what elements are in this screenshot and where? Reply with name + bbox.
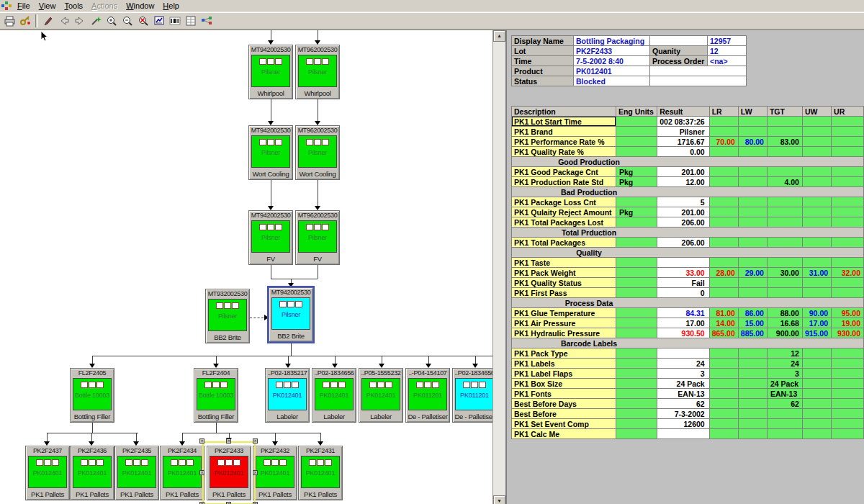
cell-ur[interactable] — [832, 207, 864, 217]
cell-eng-units[interactable] — [616, 278, 657, 288]
cell-result[interactable]: 84.31 — [657, 308, 709, 318]
cell-result[interactable]: 7-3-2002 — [657, 409, 709, 419]
cell-lr[interactable] — [709, 217, 738, 228]
selection-handle[interactable]: ✕ — [253, 438, 258, 444]
cell-lr[interactable] — [709, 117, 738, 127]
scroll-up-button[interactable]: ▲ — [493, 30, 505, 42]
cell-uw[interactable] — [802, 429, 831, 439]
cell-lr[interactable]: 81.00 — [709, 308, 738, 318]
node-p051555232[interactable]: ..P05-1555232PK012401Labeler — [359, 368, 403, 423]
cell-result[interactable]: 3 — [657, 369, 709, 379]
node-fl2f2405[interactable]: FL2F2405Bottle 10003Bottling Filler — [70, 368, 114, 423]
cell-tgt[interactable] — [767, 288, 802, 298]
cell-lr[interactable] — [709, 369, 738, 379]
cell-eng-units[interactable] — [616, 419, 657, 429]
cell-uw[interactable] — [802, 127, 831, 137]
cell-lr[interactable]: 865.00 — [709, 328, 738, 338]
cell-lr[interactable] — [709, 389, 738, 399]
cell-uw[interactable] — [802, 379, 831, 389]
cell-tgt[interactable]: 900.00 — [767, 328, 802, 338]
cell-lr[interactable]: 14.00 — [709, 318, 738, 328]
genealogy-icon[interactable] — [199, 14, 215, 28]
cell-lw[interactable] — [738, 147, 767, 157]
genealogy-canvas[interactable]: MT942002530PilsnerWhirlpoolMT962002530Pi… — [0, 30, 493, 504]
cell-description[interactable]: PK1 Quality Status — [512, 278, 616, 288]
cell-lr[interactable] — [709, 288, 738, 298]
node-mt942002530[interactable]: MT942002530PilsnerFV — [248, 210, 293, 265]
cell-tgt[interactable]: 24 Pack — [767, 379, 802, 389]
cell-description[interactable]: Best Before Days — [512, 399, 616, 409]
cell-uw[interactable] — [802, 359, 831, 369]
cell-lr[interactable] — [709, 399, 738, 409]
cell-lw[interactable] — [738, 127, 767, 137]
cell-lw[interactable] — [738, 278, 767, 288]
cell-tgt[interactable] — [767, 167, 802, 177]
node-pk2f2434[interactable]: PK2F2434PK012401PK1 Pallets — [160, 446, 204, 500]
cell-ur[interactable] — [832, 419, 864, 429]
cell-tgt[interactable] — [767, 147, 802, 157]
cell-uw[interactable] — [802, 197, 831, 207]
cell-description[interactable]: PK1 Box Size — [512, 379, 616, 389]
cell-lr[interactable] — [709, 258, 738, 268]
cell-tgt[interactable]: 16.68 — [767, 318, 802, 328]
cell-uw[interactable] — [802, 238, 831, 248]
cell-description[interactable]: PK1 Package Loss Cnt — [512, 197, 616, 207]
menu-tools[interactable]: Tools — [60, 1, 87, 11]
cell-result[interactable]: 17.00 — [657, 318, 709, 328]
grid-icon[interactable] — [183, 14, 199, 28]
cell-eng-units[interactable] — [616, 238, 657, 248]
cell-lr[interactable] — [709, 197, 738, 207]
cell-description[interactable]: PK1 Pack Type — [512, 348, 616, 359]
cell-result[interactable]: Fail — [657, 278, 709, 288]
vertical-scrollbar[interactable]: ▲ ▼ — [493, 30, 507, 504]
cell-eng-units[interactable] — [616, 369, 657, 379]
cell-description[interactable]: PK1 Taste — [512, 258, 616, 268]
cell-description[interactable]: PK1 First Pass — [512, 288, 616, 298]
cell-uw[interactable] — [802, 419, 831, 429]
node-pk2f2435[interactable]: PK2F2435PK012401PK1 Pallets — [114, 446, 159, 500]
cell-description[interactable]: PK1 Lot Start Time — [512, 117, 616, 127]
cell-lr[interactable] — [709, 147, 738, 157]
node-p021834656[interactable]: ..P02-1834656PK011201De - Palletiser — [452, 368, 493, 423]
cell-eng-units[interactable]: Pkg — [616, 177, 657, 187]
cell-lr[interactable] — [709, 409, 738, 419]
cell-tgt[interactable] — [767, 409, 802, 419]
cell-ur[interactable]: 32.00 — [832, 268, 864, 278]
cell-eng-units[interactable] — [616, 429, 657, 439]
cell-lw[interactable] — [738, 207, 767, 217]
cell-description[interactable]: PK1 Quality Rate % — [512, 147, 616, 157]
cell-result[interactable]: 12600 — [657, 419, 709, 429]
cell-uw[interactable]: 31.00 — [802, 268, 831, 278]
selection-handle[interactable]: ✕ — [199, 470, 204, 475]
cell-lr[interactable] — [709, 419, 738, 429]
cell-result[interactable]: Pilsner — [657, 127, 709, 137]
cell-lw[interactable] — [738, 177, 767, 187]
scroll-down-button[interactable]: ▼ — [493, 495, 505, 504]
cell-eng-units[interactable] — [616, 308, 657, 318]
barcode-icon[interactable] — [167, 14, 183, 28]
cell-uw[interactable] — [802, 137, 831, 147]
cell-description[interactable]: PK1 Total Packages Lost — [512, 217, 616, 228]
node-fl2f2404[interactable]: FL2F2404Bottle 10003Bottling Filler — [194, 368, 238, 423]
cell-uw[interactable] — [802, 288, 831, 298]
cell-result[interactable]: 0 — [657, 288, 709, 298]
cell-eng-units[interactable] — [616, 288, 657, 298]
cell-ur[interactable] — [832, 197, 864, 207]
menu-help[interactable]: Help — [158, 1, 184, 11]
cell-tgt[interactable] — [767, 429, 802, 439]
cell-ur[interactable] — [832, 167, 864, 177]
cell-lw[interactable] — [738, 409, 767, 419]
cell-ur[interactable] — [832, 177, 864, 187]
cell-uw[interactable] — [802, 167, 831, 177]
cell-description[interactable]: PK1 Fonts — [512, 389, 616, 399]
cell-ur[interactable] — [832, 399, 864, 409]
cell-lr[interactable] — [709, 238, 738, 248]
cell-lw[interactable] — [738, 399, 767, 409]
cell-eng-units[interactable] — [616, 328, 657, 338]
cell-lw[interactable]: 86.00 — [738, 308, 767, 318]
cell-lw[interactable] — [738, 117, 767, 127]
cell-uw[interactable] — [802, 207, 831, 217]
cell-eng-units[interactable] — [616, 117, 657, 127]
cell-result[interactable] — [657, 429, 709, 439]
cell-eng-units[interactable] — [616, 348, 657, 359]
